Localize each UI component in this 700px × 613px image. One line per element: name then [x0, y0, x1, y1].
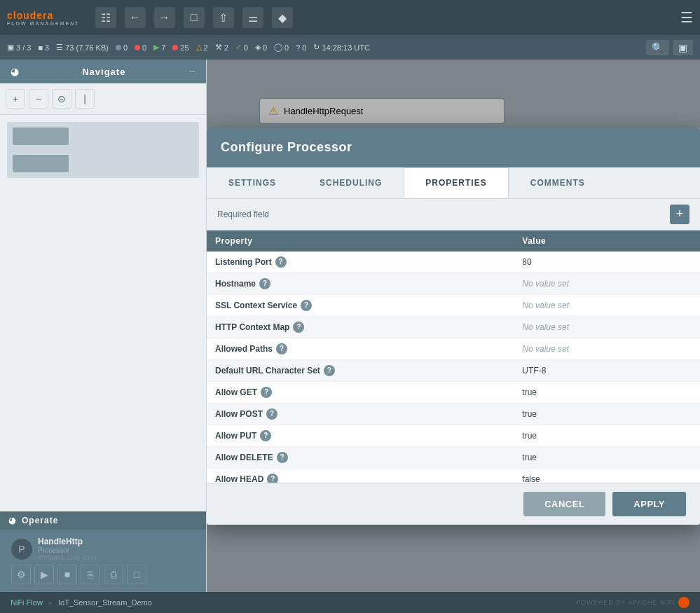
- center-button[interactable]: |: [75, 89, 95, 109]
- other1-value: 0: [263, 43, 267, 52]
- property-name-cell: HTTP Context Map?: [207, 316, 514, 338]
- paste-button[interactable]: ⎙: [104, 565, 123, 584]
- start-button[interactable]: ▶: [34, 565, 54, 584]
- hamburger-menu-icon[interactable]: ☰: [680, 9, 693, 26]
- help-icon[interactable]: ?: [276, 343, 287, 354]
- table-row[interactable]: Allow PUT?true: [207, 425, 700, 446]
- property-value-cell[interactable]: true: [514, 403, 700, 425]
- table-row[interactable]: SSL Context Service?No value set: [207, 294, 700, 316]
- delete-button[interactable]: □: [127, 565, 146, 584]
- dialog-title: Configure Processor: [221, 140, 352, 154]
- help-icon[interactable]: ?: [260, 430, 271, 441]
- running-value: 7: [161, 43, 165, 52]
- mini-canvas-bg: [7, 122, 199, 178]
- required-field-label: Required field: [217, 209, 269, 219]
- modal-overlay: Configure Processor SETTINGS SCHEDULING …: [207, 60, 700, 592]
- table-row[interactable]: Listening Port?80: [207, 252, 700, 273]
- status-bar: ▣ 3 / 3 ■ 3 ☰ 73 (7.76 KB) 0 0 ▶ 7 25 △ …: [0, 35, 700, 60]
- property-value-cell[interactable]: UTF-8: [514, 359, 700, 381]
- table-row[interactable]: Allow POST?true: [207, 403, 700, 425]
- upload-icon[interactable]: ⇧: [213, 7, 234, 28]
- zoom-out-button[interactable]: −: [29, 89, 48, 109]
- dashboard-icon[interactable]: ☷: [95, 7, 116, 28]
- import-icon[interactable]: ←: [125, 7, 146, 28]
- property-value-cell[interactable]: No value set: [514, 273, 700, 294]
- property-value-cell[interactable]: No value set: [514, 316, 700, 338]
- apply-button[interactable]: APPLY: [612, 492, 686, 516]
- other1-count: ◈ 0: [255, 43, 267, 52]
- refresh-count: ↻ 14:28:13 UTC: [313, 43, 369, 52]
- property-value-cell[interactable]: 80: [514, 252, 700, 273]
- operate-buttons: ⚙ ▶ ■ ⎘ ⎙ □: [6, 563, 200, 586]
- success-value: 0: [244, 43, 248, 52]
- tab-settings[interactable]: SETTINGS: [207, 167, 298, 198]
- help-icon[interactable]: ?: [324, 365, 335, 376]
- bytes-icon: ☰: [56, 43, 63, 52]
- warning-icon: △: [196, 43, 202, 52]
- table-row[interactable]: Allow HEAD?false: [207, 468, 700, 483]
- copy-button[interactable]: ⎘: [81, 565, 100, 584]
- help-icon[interactable]: ?: [266, 408, 277, 420]
- table-row[interactable]: HTTP Context Map?No value set: [207, 316, 700, 338]
- other3-icon: ?: [296, 43, 300, 52]
- success-count: ✓ 0: [235, 43, 248, 52]
- funnel-icon[interactable]: ◆: [272, 7, 293, 28]
- config-button[interactable]: ⚙: [11, 565, 31, 584]
- logo-title: cloudera: [7, 10, 53, 21]
- table-row[interactable]: Allow GET?true: [207, 381, 700, 403]
- property-value-cell[interactable]: true: [514, 425, 700, 446]
- bytes-count: ☰ 73 (7.76 KB): [56, 43, 109, 52]
- invalid-count: 0: [135, 43, 146, 52]
- tab-properties[interactable]: PROPERTIES: [404, 167, 508, 198]
- dialog-footer: CANCEL APPLY: [207, 483, 700, 525]
- help-icon[interactable]: ?: [293, 322, 304, 333]
- view-button[interactable]: ▣: [673, 40, 693, 55]
- help-icon[interactable]: ?: [261, 387, 272, 398]
- help-icon[interactable]: ?: [301, 300, 312, 311]
- property-value-cell[interactable]: true: [514, 446, 700, 468]
- property-name: Allow HEAD: [215, 474, 263, 483]
- processor-id: 6f76b861-016e-1000: [38, 554, 97, 561]
- tab-scheduling[interactable]: SCHEDULING: [298, 167, 404, 198]
- help-icon[interactable]: ?: [259, 278, 270, 289]
- pg-icon: ▣: [7, 43, 14, 52]
- property-value-cell[interactable]: No value set: [514, 338, 700, 359]
- help-icon[interactable]: ?: [267, 474, 278, 483]
- tab-comments[interactable]: COMMENTS: [509, 167, 607, 198]
- processor-avatar: P: [11, 539, 32, 560]
- cancel-button[interactable]: CANCEL: [523, 492, 605, 516]
- property-value: UTF-8: [522, 366, 546, 376]
- proc-value: 3: [45, 43, 49, 52]
- col-property: Property: [207, 230, 514, 252]
- template-icon[interactable]: □: [184, 7, 205, 28]
- table-row[interactable]: Allow DELETE?true: [207, 446, 700, 468]
- col-value: Value: [514, 230, 700, 252]
- search-area: 🔍 ▣: [646, 40, 693, 55]
- property-value-cell[interactable]: No value set: [514, 294, 700, 316]
- add-property-button[interactable]: +: [670, 205, 689, 224]
- table-row[interactable]: Allowed Paths?No value set: [207, 338, 700, 359]
- table-row[interactable]: Hostname?No value set: [207, 273, 700, 294]
- breadcrumb-root[interactable]: NiFi Flow: [11, 598, 43, 607]
- collapse-button[interactable]: −: [189, 65, 195, 78]
- property-value-cell[interactable]: false: [514, 468, 700, 483]
- stop-button[interactable]: ■: [57, 565, 77, 584]
- property-value-cell[interactable]: true: [514, 381, 700, 403]
- proc-count: ■ 3: [38, 43, 49, 52]
- zoom-in-button[interactable]: +: [6, 89, 25, 109]
- export-icon[interactable]: →: [154, 7, 175, 28]
- breadcrumb-bar: NiFi Flow » IoT_Sensor_Stream_Demo POWER…: [0, 592, 700, 613]
- property-name: Allow PUT: [215, 430, 256, 440]
- fit-button[interactable]: ⊝: [52, 89, 71, 109]
- operate-icon: ◕: [8, 516, 16, 525]
- search-button[interactable]: 🔍: [646, 40, 669, 55]
- help-icon[interactable]: ?: [277, 452, 288, 463]
- table-row[interactable]: Default URL Character Set?UTF-8: [207, 359, 700, 381]
- app-logo: cloudera FLOW MANAGEMENT: [7, 10, 80, 26]
- connect-icon[interactable]: ⚌: [242, 7, 263, 28]
- success-icon: ✓: [235, 43, 242, 52]
- powered-by: POWERED BY APACHE NIFI: [576, 597, 689, 608]
- property-name: SSL Context Service: [215, 300, 297, 310]
- help-icon[interactable]: ?: [275, 256, 287, 268]
- failed-count: 25: [172, 43, 188, 52]
